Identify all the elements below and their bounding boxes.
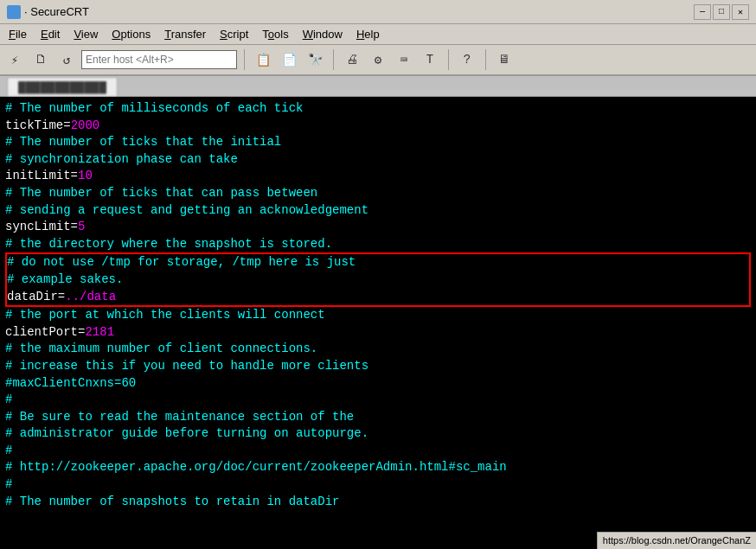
menu-view[interactable]: View [67,26,105,42]
line-1: # The number of milliseconds of each tic… [5,100,751,118]
title-bar-left: · SecureCRT [7,5,89,19]
line-7-text: # sending a request and getting an ackno… [5,202,368,220]
line-19-text: # Be sure to read the maintenance sectio… [5,409,354,426]
line-4-text: # synchronization phase can take [5,151,238,169]
line-14-val: 2181 [85,324,114,342]
line-23: # [5,476,751,494]
status-text: https://blog.csdn.net/OrangeChanZ [603,535,751,546]
line-4: # synchronization phase can take [5,151,751,169]
line-5-key: initLimit= [5,168,78,185]
menu-tools[interactable]: Tools [255,26,295,42]
line-14: clientPort=2181 [5,324,751,342]
line-6-text: # The number of ticks that can pass betw… [5,185,317,202]
toolbar-sessions-btn[interactable]: 🗋 [29,48,52,71]
toolbar-paste-btn[interactable]: 📄 [278,48,300,71]
line-21: # [5,443,751,460]
line-17: #maxClientCnxns=60 [5,375,751,393]
line-24-text: # The number of snapshots to retain in d… [5,494,339,511]
line-13: # the port at which the clients will con… [5,307,751,324]
line-5-val: 10 [78,168,93,185]
line-8-key: syncLimit= [5,219,78,236]
line-20-text: # administrator guide before turning on … [5,425,368,443]
line-8-val: 5 [78,219,85,236]
line-16-text: # increase this if you need to handle mo… [5,358,368,375]
menu-help[interactable]: Help [349,26,387,42]
status-bar: https://blog.csdn.net/OrangeChanZ [597,532,756,549]
title-text: · SecureCRT [24,5,89,18]
line-2-key: tickTime= [5,118,71,135]
line-15-text: # the maximum number of client connectio… [5,341,317,358]
toolbar-settings-btn[interactable]: ⚙ [367,48,389,71]
title-bar: · SecureCRT — □ ✕ [0,0,756,24]
line-15: # the maximum number of client connectio… [5,341,751,358]
app-icon [7,5,21,19]
line-13-text: # the port at which the clients will con… [5,307,325,324]
line-14-key: clientPort= [5,324,85,342]
toolbar-sep-3 [448,49,449,70]
menu-script[interactable]: Script [213,26,255,42]
terminal[interactable]: # The number of milliseconds of each tic… [0,97,756,549]
menu-bar: File Edit View Options Transfer Script T… [0,24,756,45]
line-11-text: # example sakes. [7,271,123,289]
tab-1[interactable]: ████████████ [7,77,118,96]
toolbar-sessions2-btn[interactable]: 🖥 [493,48,516,71]
line-18: # [5,392,751,409]
line-8: syncLimit=5 [5,219,751,236]
line-18-text: # [5,392,12,409]
highlighted-section: # do not use /tmp for storage, /tmp here… [5,252,751,307]
toolbar-keymap-btn[interactable]: ⌨ [393,48,415,71]
toolbar-sep-2 [333,49,334,70]
line-9: # the directory where the snapshot is st… [5,236,751,253]
line-3: # The number of ticks that the initial [5,134,751,151]
line-17-text: #maxClientCnxns=60 [5,375,136,393]
minimize-button[interactable]: — [694,4,711,20]
maximize-button[interactable]: □ [713,4,730,20]
menu-options[interactable]: Options [105,26,157,42]
line-21-text: # [5,443,12,460]
line-2: tickTime=2000 [5,118,751,135]
line-6: # The number of ticks that can pass betw… [5,185,751,202]
toolbar-sep-4 [485,49,486,70]
toolbar-sep-1 [244,49,245,70]
toolbar-script-btn[interactable]: T [419,48,441,71]
toolbar-copy-btn[interactable]: 📋 [252,48,274,71]
line-5: initLimit=10 [5,168,751,185]
line-1-text: # The number of milliseconds of each tic… [5,100,303,118]
line-16: # increase this if you need to handle mo… [5,358,751,375]
line-10: # do not use /tmp for storage, /tmp here… [7,254,749,271]
line-7: # sending a request and getting an ackno… [5,202,751,220]
line-9-text: # the directory where the snapshot is st… [5,236,332,253]
line-3-text: # The number of ticks that the initial [5,134,281,151]
line-19: # Be sure to read the maintenance sectio… [5,409,751,426]
menu-edit[interactable]: Edit [34,26,67,42]
line-20: # administrator guide before turning on … [5,425,751,443]
menu-file[interactable]: File [2,26,34,42]
line-12: dataDir=../data [7,289,749,306]
toolbar-print-btn[interactable]: 🖨 [341,48,363,71]
toolbar-reconnect-btn[interactable]: ↺ [55,48,78,71]
line-12-val: ../data [65,289,116,306]
menu-window[interactable]: Window [296,26,349,42]
toolbar-help-btn[interactable]: ? [456,48,478,71]
close-button[interactable]: ✕ [732,4,749,20]
line-11: # example sakes. [7,271,749,289]
line-2-val: 2000 [71,118,100,135]
host-input[interactable] [81,50,237,69]
toolbar: ⚡ 🗋 ↺ 📋 📄 🔭 🖨 ⚙ ⌨ T ? 🖥 [0,45,756,76]
toolbar-find-btn[interactable]: 🔭 [304,48,326,71]
toolbar-connect-btn[interactable]: ⚡ [3,48,26,71]
menu-transfer[interactable]: Transfer [157,26,213,42]
line-10-text: # do not use /tmp for storage, /tmp here… [7,254,356,271]
title-bar-controls: — □ ✕ [694,4,749,20]
line-23-text: # [5,476,12,494]
line-12-key: dataDir= [7,289,65,306]
tab-area: ████████████ [0,76,756,97]
line-22-text: # http://zookeeper.apache.org/doc/curren… [5,459,507,476]
line-22: # http://zookeeper.apache.org/doc/curren… [5,459,751,476]
line-24: # The number of snapshots to retain in d… [5,494,751,511]
